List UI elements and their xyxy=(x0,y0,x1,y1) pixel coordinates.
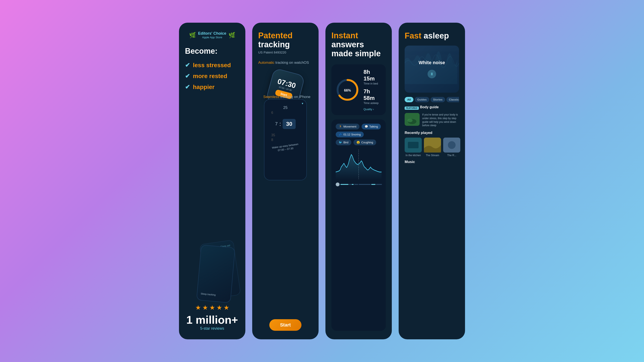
check-icon: ✔ xyxy=(185,72,190,80)
tab-stories[interactable]: Stories xyxy=(430,97,445,102)
gauge-value: 66% xyxy=(344,87,351,93)
star-icon: ★ xyxy=(202,304,208,311)
card-patented-tracking: Patented tracking US Patent 8493220 Auto… xyxy=(252,23,318,339)
time-asleep: 7h 58m Time asleep xyxy=(364,88,382,105)
coughing-icon: 😮 xyxy=(356,141,360,144)
quality-label: Quality › xyxy=(364,108,382,111)
become-title: Become: xyxy=(185,47,239,56)
check-icon: ✔ xyxy=(185,83,190,90)
stream-label: The Stream xyxy=(426,154,439,157)
num-6: 6 xyxy=(268,111,303,115)
instant-heading: Instant answers made simple xyxy=(332,31,386,58)
list-item: ✔ less stressed xyxy=(185,62,239,69)
list-item: ✔ happier xyxy=(185,83,239,90)
phone-illustration: Sleep aid Sleep tracking xyxy=(185,94,239,304)
sleep-stats: 8h 15m Time in bed 7h 58m Time asleep Qu… xyxy=(364,69,382,111)
patented-highlight: Patented xyxy=(258,31,292,40)
star-icon: ★ xyxy=(195,304,201,311)
tab-all[interactable]: All xyxy=(405,97,414,102)
event-tags: 🏃 Movement 💬 Talking 💤 01:12 Snoring 🐦 B… xyxy=(336,124,382,145)
time-in-bed: 8h 15m Time in bed xyxy=(364,69,382,85)
benefit-list: ✔ less stressed ✔ more rested ✔ happier xyxy=(185,62,239,94)
noise-display: White noise xyxy=(405,45,459,93)
star-icon: ★ xyxy=(216,304,222,311)
audio-seg-active xyxy=(352,184,354,185)
svg-point-5 xyxy=(408,119,412,122)
svg-point-10 xyxy=(448,141,456,149)
editors-badge: 🌿 Editors' Choice Apple App Store 🌿 xyxy=(185,31,239,39)
colon-separator: : xyxy=(280,121,281,127)
audio-seg-inactive xyxy=(376,184,382,185)
seamless-label: Seamless tracking on iPhone xyxy=(258,95,310,99)
start-button[interactable]: Start xyxy=(269,319,302,331)
iphone-display: ▼ 25 6 7 : 30 35 8 Wake up easy between … xyxy=(264,99,307,180)
tab-classical[interactable]: Classical xyxy=(446,97,459,102)
reviews-label: 5-star reviews xyxy=(185,326,239,331)
pause-button[interactable] xyxy=(428,70,436,78)
bird-tag: 🐦 Bird xyxy=(336,139,351,145)
iphone-area: Seamless tracking on iPhone ▼ 25 6 7 : 3… xyxy=(258,116,312,315)
picker-minutes: 30 xyxy=(282,119,296,129)
third-label: The R... xyxy=(447,154,456,157)
svg-rect-7 xyxy=(408,142,418,148)
recently-item-stream[interactable]: The Stream xyxy=(424,138,441,157)
num-25: 25 xyxy=(268,105,303,110)
sleep-events: 🏃 Movement 💬 Talking 💤 01:12 Snoring 🐦 B… xyxy=(332,119,386,331)
recently-played-row: In the kitchen The Stream xyxy=(405,138,459,157)
audio-segments xyxy=(340,184,382,185)
audio-seg-inactive xyxy=(358,184,371,185)
editors-choice-title: Editors' Choice xyxy=(198,31,226,36)
featured-title: Body guide xyxy=(420,105,439,109)
recently-played-title: Recently played xyxy=(405,131,459,135)
recently-item-third[interactable]: The R... xyxy=(443,138,460,157)
tracking-text: tracking xyxy=(258,40,290,49)
noise-title: White noise xyxy=(418,60,445,65)
featured-row: If you're tense and your body is under s… xyxy=(405,113,459,127)
audio-seg-active xyxy=(371,184,375,185)
category-tabs: All Guides Stories Classical Mu... xyxy=(405,97,459,102)
indicator-icon: ▼ xyxy=(301,102,304,105)
star-icon: ★ xyxy=(210,304,215,311)
list-item: ✔ more rested xyxy=(185,72,239,80)
quality-gauge: 66% 8h 15m Time in bed 7h 58m Time aslee… xyxy=(332,64,386,115)
phone-front: Sleep tracking xyxy=(196,245,235,303)
coughing-tag: 😮 Coughing xyxy=(354,139,376,145)
stream-thumbnail xyxy=(424,138,441,153)
laurel-left-icon: 🌿 xyxy=(189,32,196,38)
featured-description: If you're tense and your body is under s… xyxy=(422,113,459,127)
featured-badge: FEATURED xyxy=(405,106,419,110)
kitchen-thumbnail xyxy=(405,138,422,153)
audio-seg-inactive xyxy=(354,184,358,185)
laurel-right-icon: 🌿 xyxy=(228,32,235,38)
featured-thumbnail xyxy=(405,113,420,126)
phone-content: Sleep tracking xyxy=(200,292,227,297)
picker-hour: 7 xyxy=(275,121,278,127)
bird-icon: 🐦 xyxy=(339,141,342,144)
apple-store-subtitle: Apple App Store xyxy=(198,36,226,39)
waveform-chart xyxy=(336,150,382,180)
auto-track-label: Automatic tracking on watchOS xyxy=(258,60,312,65)
talking-icon: 💬 xyxy=(364,125,368,128)
tab-guides[interactable]: Guides xyxy=(415,97,429,102)
num-35: 35 xyxy=(268,133,303,137)
third-thumbnail xyxy=(443,138,460,153)
star-icon: ★ xyxy=(224,304,229,311)
patent-number: US Patent 8493220 xyxy=(258,50,312,54)
audio-seg-inactive xyxy=(349,184,351,185)
card-fast-asleep: Fast asleep White noise All Guides Stori… xyxy=(399,23,465,339)
card-instant-answers: Instant answers made simple 66% 8h 15m T… xyxy=(326,23,392,339)
num-8: 8 xyxy=(268,138,303,142)
fast-heading: Fast asleep xyxy=(405,31,459,40)
audio-seg-active xyxy=(340,184,348,185)
kitchen-label: In the kitchen xyxy=(406,154,421,157)
time-picker: 7 : 30 xyxy=(268,119,303,129)
movement-icon: 🏃 xyxy=(339,125,342,128)
snoring-icon: 💤 xyxy=(339,133,342,136)
music-section-title: Music xyxy=(405,160,459,164)
recently-item-kitchen[interactable]: In the kitchen xyxy=(405,138,422,157)
patented-heading: Patented tracking xyxy=(258,31,312,49)
playback-dot xyxy=(336,182,340,186)
snoring-tag: 💤 01:12 Snoring xyxy=(336,132,364,137)
gauge-circle: 66% xyxy=(336,78,359,102)
million-count: 1 million+ xyxy=(185,314,239,326)
